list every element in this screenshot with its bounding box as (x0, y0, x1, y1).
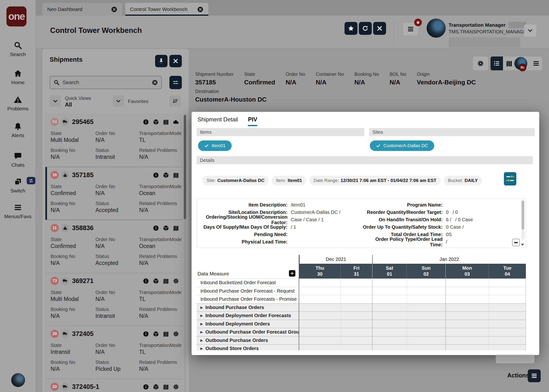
measure-text: Outbound Store Orders (206, 346, 259, 350)
close-workbench-button[interactable] (373, 22, 386, 35)
switch-badge[interactable] (27, 177, 35, 184)
measure-row[interactable]: ▶Inbound Purchase Orders (197, 303, 526, 312)
measure-row[interactable]: ▶Inbound Deployment Orders (197, 320, 526, 328)
close-tab-icon[interactable] (197, 6, 204, 13)
collapse-details-button[interactable] (512, 239, 520, 246)
cube-icon[interactable] (163, 172, 169, 178)
info-icon[interactable] (153, 172, 159, 178)
cube-icon[interactable] (153, 119, 159, 125)
tab-piv[interactable]: PIV (248, 116, 257, 126)
data-cell (299, 279, 341, 287)
bottom-avatar[interactable] (11, 373, 25, 387)
quick-views-dropdown[interactable] (50, 95, 61, 107)
info-icon[interactable] (143, 278, 149, 284)
close-panel-button[interactable] (169, 55, 182, 67)
refresh-button[interactable] (359, 22, 372, 35)
close-tab-icon[interactable] (111, 6, 117, 13)
user-avatar[interactable] (427, 19, 446, 38)
list-icon (493, 60, 500, 67)
expand-caret-icon[interactable]: ▶ (200, 314, 203, 317)
info-icon[interactable] (143, 384, 149, 390)
list-view-toggle[interactable] (491, 56, 503, 70)
shipment-card[interactable]: 20372405StateIntransitOrder NoN/ATranspo… (45, 326, 183, 379)
actions-button[interactable] (528, 369, 541, 382)
user-menu-chevron-button[interactable] (524, 24, 536, 37)
data-cell (406, 328, 445, 336)
map-icon[interactable] (163, 278, 169, 284)
measure-row[interactable]: ▶Inbound Deployment Order Forecasts (197, 311, 526, 320)
map-icon[interactable] (173, 225, 179, 231)
warning-icon (14, 95, 22, 104)
field-label: Status (95, 147, 139, 153)
map-icon[interactable] (163, 384, 169, 390)
gear-icon[interactable] (173, 384, 179, 390)
item-chip[interactable]: Item01 (198, 140, 232, 151)
cube-icon[interactable] (153, 384, 159, 390)
gear-icon[interactable] (173, 331, 179, 337)
shipment-card[interactable]: 11358836StateConfirmedOrder NoN/ATranspo… (45, 220, 183, 273)
expand-caret-icon[interactable]: ▶ (200, 306, 203, 309)
field-value: N/A (139, 207, 182, 213)
clear-search-icon[interactable] (152, 79, 158, 86)
window-tab-control-tower-workbench[interactable]: Control Tower Workbench (125, 3, 208, 16)
chat-icon (14, 152, 22, 160)
shipment-card[interactable]: 54295465StateMulti ModalOrder NoN/ATrans… (45, 114, 183, 167)
favorite-button[interactable] (344, 22, 357, 35)
sidebar-item-home[interactable]: Home (0, 69, 36, 85)
map-icon[interactable] (163, 119, 169, 125)
gear-icon[interactable] (173, 278, 179, 284)
card-action-icons (153, 172, 179, 178)
info-icon[interactable] (143, 331, 149, 337)
expand-caret-icon[interactable]: ▶ (200, 347, 203, 350)
shipment-number: 295465 (72, 118, 93, 126)
cube-icon[interactable] (153, 331, 159, 337)
field-label: Order No (285, 71, 305, 77)
sidebar-item-alerts[interactable]: Alerts (0, 122, 36, 138)
measure-row[interactable]: ▶Outbound Purchase Order Forecast Group (197, 328, 526, 336)
scrollbar-thumb[interactable] (184, 115, 186, 219)
info-icon[interactable] (143, 119, 149, 125)
hamburger-icon[interactable] (533, 60, 540, 67)
filter-button[interactable] (169, 76, 182, 89)
day-header: Fri31 (341, 264, 372, 279)
shipment-card[interactable]: 73369271StateMulti ModalOrder NoN/ATrans… (45, 273, 183, 326)
sidebar-item-menus-favs[interactable]: Menus/Favs (0, 203, 36, 219)
expand-caret-icon[interactable]: ▶ (200, 322, 203, 326)
field-label: Booking No (50, 254, 95, 259)
site-chip[interactable]: CustomerA-Dallas DC (370, 140, 434, 151)
shipment-card[interactable]: 20372405-1 (45, 379, 183, 392)
sidebar-item-problems[interactable]: Problems (0, 95, 36, 112)
scrollbar-thumb[interactable] (521, 201, 524, 229)
measure-row[interactable]: ▶Outbound Purchase Orders (197, 336, 526, 344)
refresh-icon (362, 25, 369, 32)
scroll-down-arrow[interactable] (521, 244, 524, 246)
measure-text: Inbound Purchase Order Forecast - Reques… (200, 288, 295, 294)
measure-row[interactable]: ▶Outbound Store Orders (197, 344, 526, 350)
cube-icon[interactable] (153, 278, 159, 284)
favorites-dropdown[interactable] (113, 95, 124, 107)
piv-settings-button[interactable] (504, 172, 516, 186)
info-icon[interactable] (153, 225, 159, 231)
settings-button[interactable] (473, 56, 488, 70)
cloud-icon[interactable] (173, 119, 179, 125)
pin-panel-button[interactable] (155, 55, 167, 67)
field-order-no: Order NoN/A (95, 343, 139, 355)
sliders-icon (172, 79, 179, 86)
add-measure-button[interactable] (289, 270, 295, 277)
day-of-week: Mon (446, 265, 489, 271)
tab-shipment-detail[interactable]: Shipment Detail (198, 116, 238, 123)
details-label: Reorder Quantity/Reorder Target: (362, 210, 442, 215)
map-icon[interactable] (163, 331, 169, 337)
expand-caret-icon[interactable]: ▶ (200, 339, 203, 342)
window-tab-neo-dashboard[interactable]: Neo Dashboard (43, 3, 122, 16)
ship-icon (63, 225, 68, 231)
one-logo[interactable]: one (7, 7, 27, 27)
shipment-card[interactable]: 16357185StateConfirmedOrder NoN/ATranspo… (45, 167, 183, 220)
map-icon[interactable] (173, 172, 179, 178)
search-input[interactable] (63, 79, 149, 86)
sidebar-item-search[interactable]: Search (0, 41, 36, 57)
expand-caret-icon[interactable]: ▶ (200, 330, 203, 334)
sidebar-item-chats[interactable]: Chats (0, 152, 36, 168)
sort-button[interactable] (169, 95, 181, 107)
cube-icon[interactable] (163, 225, 169, 231)
